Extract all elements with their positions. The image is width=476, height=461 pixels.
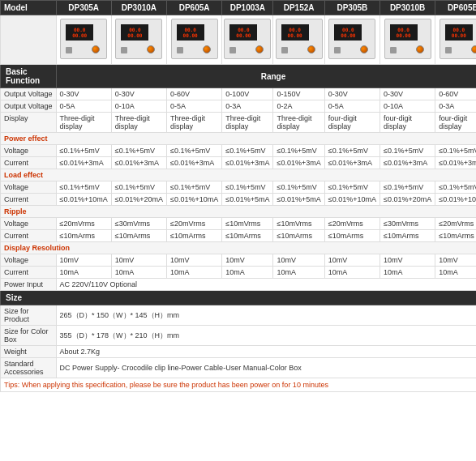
drv-2: 10mV: [111, 254, 166, 267]
device-img-1: 00.000.00: [56, 15, 111, 65]
disp-6: four-digit display: [324, 113, 380, 133]
rv-5: ≤10mVrms: [273, 218, 324, 230]
power-voltage-row: Voltage ≤0.1%+5mV ≤0.1%+5mV ≤0.1%+5mV ≤0…: [1, 145, 477, 157]
load-effect-label: Load effect: [1, 169, 477, 181]
device-img-5: 00.000.00: [273, 15, 324, 65]
power-current-row: Current ≤0.01%+3mA ≤0.01%+3mA ≤0.01%+3mA…: [1, 157, 477, 169]
ov-5: 0-150V: [273, 88, 324, 100]
load-voltage-label: Voltage: [1, 181, 57, 194]
rc-4: ≤10mArms: [222, 230, 273, 242]
load-current-row: Current ≤0.01%+10mA ≤0.01%+20mA ≤0.01%+1…: [1, 194, 477, 206]
lv-1: ≤0.1%+5mV: [56, 181, 111, 194]
rv-8: ≤20mVrms: [435, 218, 476, 230]
oc-7: 0-10A: [380, 100, 435, 113]
ripple-header: Ripple: [1, 206, 477, 218]
device-img-4: 00.000.00: [222, 15, 273, 65]
col-dp3010a: DP3010A: [111, 1, 166, 15]
output-voltage-label: Output Voltage: [1, 88, 57, 100]
drc-8: 10mA: [435, 267, 476, 279]
size-box-label: Size for Color Box: [1, 326, 57, 346]
device-img-8: 00.000.00: [435, 15, 476, 65]
ripple-voltage-row: Voltage ≤20mVrms ≤30mVrms ≤20mVrms ≤10mV…: [1, 218, 477, 230]
load-current-label: Current: [1, 194, 57, 206]
power-current-label: Current: [1, 157, 57, 169]
basic-function-header: Basic Function Range: [1, 65, 477, 88]
ripple-current-label: Current: [1, 230, 57, 242]
power-input-row: Power Input AC 220V/110V Optional: [1, 279, 477, 291]
drv-4: 10mV: [222, 254, 273, 267]
lv-8: ≤0.1%+5mV: [435, 181, 476, 194]
drv-1: 10mV: [56, 254, 111, 267]
rv-1: ≤20mVrms: [56, 218, 111, 230]
size-section-header: Size: [1, 291, 477, 305]
display-label: Display: [1, 113, 57, 133]
ov-1: 0-30V: [56, 88, 111, 100]
power-voltage-label: Voltage: [1, 145, 57, 157]
disp-res-voltage-label: Voltage: [1, 254, 57, 267]
display-resolution-label: Display Resolution: [1, 242, 477, 254]
oc-2: 0-10A: [111, 100, 166, 113]
lc-6: ≤0.01%+10mA: [324, 194, 380, 206]
disp-4: Three-digit display: [222, 113, 273, 133]
ov-2: 0-30V: [111, 88, 166, 100]
disp-res-current-label: Current: [1, 267, 57, 279]
disp-8: four-digit display: [435, 113, 476, 133]
col-model: Model: [1, 1, 57, 15]
col-dp305a: DP305A: [56, 1, 111, 15]
rc-8: ≤10mArms: [435, 230, 476, 242]
accessories-value: DC Power Supply- Crocodile clip line-Pow…: [56, 358, 476, 378]
drc-5: 10mA: [273, 267, 324, 279]
display-resolution-header: Display Resolution: [1, 242, 477, 254]
ov-3: 0-60V: [167, 88, 222, 100]
weight-value: About 2.7Kg: [56, 346, 476, 358]
lc-3: ≤0.01%+10mA: [167, 194, 222, 206]
tips-row: Tips: When applying this specification, …: [1, 378, 477, 392]
lc-5: ≤0.01%+5mA: [273, 194, 324, 206]
drc-2: 10mA: [111, 267, 166, 279]
drc-1: 10mA: [56, 267, 111, 279]
pv-2: ≤0.1%+5mV: [111, 145, 166, 157]
basic-function-label: Basic Function: [1, 65, 57, 88]
drv-5: 10mV: [273, 254, 324, 267]
rv-3: ≤20mVrms: [167, 218, 222, 230]
rc-3: ≤10mArms: [167, 230, 222, 242]
oc-1: 0-5A: [56, 100, 111, 113]
size-label: Size: [1, 291, 477, 305]
output-voltage-row: Output Voltage 0-30V 0-30V 0-60V 0-100V …: [1, 88, 477, 100]
weight-label: Weight: [1, 346, 57, 358]
pc-2: ≤0.01%+3mA: [111, 157, 166, 169]
pc-6: ≤0.01%+3mA: [324, 157, 380, 169]
lv-6: ≤0.1%+5mV: [324, 181, 380, 194]
disp-1: Three-digit display: [56, 113, 111, 133]
drc-6: 10mA: [324, 267, 380, 279]
size-product-value: 265（D）* 150（W）* 145（H）mm: [56, 305, 476, 326]
lv-2: ≤0.1%+5mV: [111, 181, 166, 194]
drv-8: 10mV: [435, 254, 476, 267]
power-effect-header: Power effect: [1, 133, 477, 145]
drc-4: 10mA: [222, 267, 273, 279]
pv-7: ≤0.1%+5mV: [380, 145, 435, 157]
device-img-6: 00.000.00: [324, 15, 380, 65]
range-label: Range: [56, 65, 476, 88]
lv-4: ≤0.1%+5mV: [222, 181, 273, 194]
oc-6: 0-5A: [324, 100, 380, 113]
power-input-value: AC 220V/110V Optional: [56, 279, 476, 291]
ripple-voltage-label: Voltage: [1, 218, 57, 230]
oc-5: 0-2A: [273, 100, 324, 113]
lc-1: ≤0.01%+10mA: [56, 194, 111, 206]
pc-4: ≤0.01%+3mA: [222, 157, 273, 169]
ripple-current-row: Current ≤10mArms ≤10mArms ≤10mArms ≤10mA…: [1, 230, 477, 242]
pc-7: ≤0.01%+3mA: [380, 157, 435, 169]
disp-3: Three-digit display: [167, 113, 222, 133]
pc-5: ≤0.01%+3mA: [273, 157, 324, 169]
rc-6: ≤10mArms: [324, 230, 380, 242]
disp-7: four-digit display: [380, 113, 435, 133]
col-dp605a: DP605A: [167, 1, 222, 15]
display-row: Display Three-digit display Three-digit …: [1, 113, 477, 133]
oc-4: 0-3A: [222, 100, 273, 113]
pc-8: ≤0.01%+3mA: [435, 157, 476, 169]
drv-6: 10mV: [324, 254, 380, 267]
pv-5: ≤0.1%+5mV: [273, 145, 324, 157]
load-effect-header: Load effect: [1, 169, 477, 181]
lv-5: ≤0.1%+5mV: [273, 181, 324, 194]
